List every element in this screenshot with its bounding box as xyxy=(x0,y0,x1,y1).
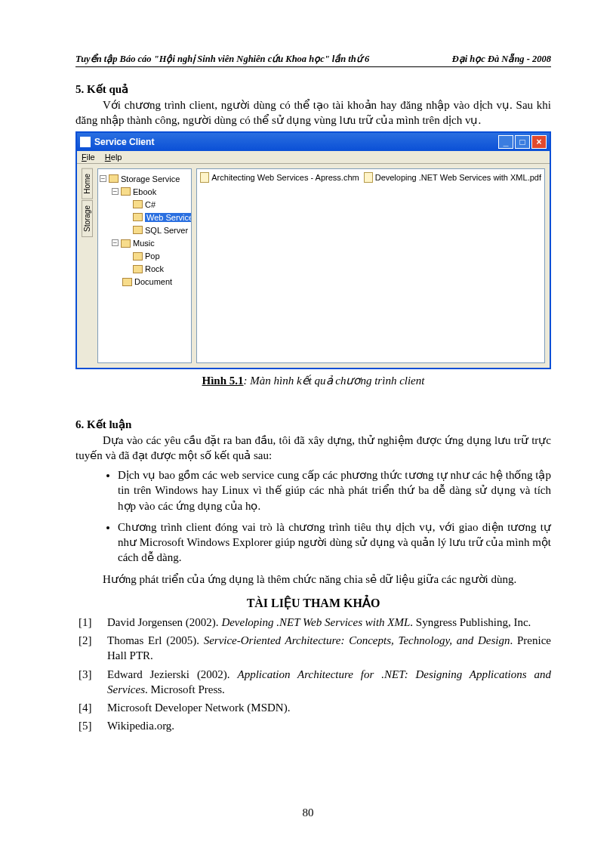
bullet-list: Dịch vụ bao gồm các web service cung cấp… xyxy=(118,467,551,566)
tree-sql[interactable]: SQL Server xyxy=(145,226,188,235)
file-item[interactable]: Architecting Web Services - Apress.chm xyxy=(200,172,359,183)
close-button[interactable]: × xyxy=(531,135,547,149)
references-list: [1]David Jorgensen (2002). Developing .N… xyxy=(79,615,551,734)
section-5-para: Với chương trình client, người dùng có t… xyxy=(75,97,551,128)
tree-root[interactable]: Storage Service xyxy=(121,174,180,183)
window-title: Service Client xyxy=(94,137,154,147)
section-6-closing: Hướng phát triển của ứng dụng là thêm ch… xyxy=(75,572,551,587)
section-6-title: 6. Kết luận xyxy=(75,418,551,431)
tree-csharp[interactable]: C# xyxy=(145,200,156,209)
tree-ebook[interactable]: Ebook xyxy=(133,187,156,196)
section-6-para: Dựa vào các yêu cầu đặt ra ban đầu, tôi … xyxy=(75,433,551,464)
menu-file[interactable]: FFileile xyxy=(82,153,95,162)
file-list[interactable]: Architecting Web Services - Apress.chm D… xyxy=(196,168,545,363)
page-number: 80 xyxy=(0,806,616,819)
app-icon xyxy=(80,137,91,147)
tree-pop[interactable]: Pop xyxy=(145,251,160,261)
folder-tree[interactable]: −Storage Service −Ebook C# Web Services … xyxy=(97,168,192,363)
vtab-home[interactable]: Home xyxy=(82,168,93,199)
maximize-button[interactable]: □ xyxy=(515,135,530,149)
header-left: Tuyển tập Báo cáo "Hội nghị Sinh viên Ng… xyxy=(75,53,369,65)
file-icon xyxy=(364,172,373,183)
header-right: Đại học Đà Nẵng - 2008 xyxy=(452,53,551,65)
service-client-window: Service Client _ □ × FFileile HHelpelp H… xyxy=(75,131,551,369)
section-5-title: 5. Kết quả xyxy=(75,82,551,96)
file-icon xyxy=(200,172,209,183)
vtab-storage[interactable]: Storage xyxy=(82,200,93,237)
bullet-item: Dịch vụ bao gồm các web service cung cấp… xyxy=(118,467,551,513)
tree-music[interactable]: Music xyxy=(133,239,155,248)
references-title: TÀI LIỆU THAM KHẢO xyxy=(75,596,551,610)
menubar: FFileile HHelpelp xyxy=(77,151,550,164)
minimize-button[interactable]: _ xyxy=(498,135,513,149)
tree-web-services[interactable]: Web Services xyxy=(145,213,192,222)
file-item[interactable]: Developing .NET Web Services with XML.pd… xyxy=(364,172,541,183)
tree-document[interactable]: Document xyxy=(134,277,172,286)
menu-help[interactable]: HHelpelp xyxy=(105,153,122,162)
tree-rock[interactable]: Rock xyxy=(145,264,164,273)
bullet-item: Chương trình client đóng vai trò là chươ… xyxy=(118,520,551,566)
figure-caption: Hình 5.1: Màn hình kết quả chương trình … xyxy=(75,374,551,387)
titlebar[interactable]: Service Client _ □ × xyxy=(77,133,550,151)
